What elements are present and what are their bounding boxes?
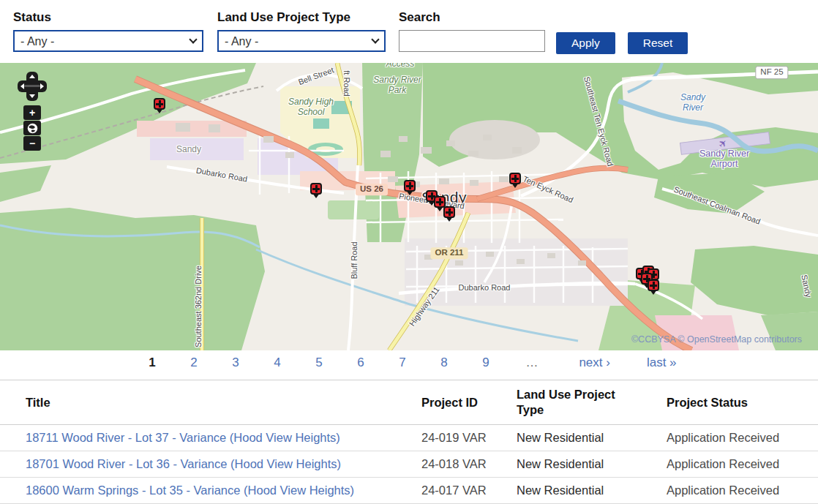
- table-row: 18711 Wood River - Lot 37 - Variance (Ho…: [0, 425, 818, 451]
- page-next-link[interactable]: next ›: [569, 356, 620, 370]
- header-land-use-type: Land Use Project Type: [516, 380, 666, 425]
- pan-center: [24, 85, 40, 87]
- globe-icon: [27, 123, 38, 134]
- project-type-cell: New Residential: [516, 478, 666, 504]
- filter-bar: Status - Any - Land Use Project Type - A…: [0, 0, 818, 63]
- project-title-link[interactable]: 18711 Wood River - Lot 37 - Variance (Ho…: [26, 431, 340, 444]
- project-type-cell: New Residential: [516, 451, 666, 478]
- project-id-cell: 24-019 VAR: [421, 425, 516, 451]
- map-pan-control[interactable]: [18, 72, 47, 101]
- project-id-cell: 24-017 VAR: [421, 478, 516, 504]
- apply-button[interactable]: Apply: [556, 32, 615, 54]
- map-marker-icon[interactable]: [443, 206, 455, 218]
- project-title-link[interactable]: 18600 Warm Springs - Lot 35 - Variance (…: [26, 484, 354, 497]
- project-status-cell: Application Received: [666, 451, 818, 478]
- pan-up-icon[interactable]: [29, 75, 35, 78]
- globe-button[interactable]: [23, 121, 41, 135]
- page-current: 1: [131, 356, 173, 370]
- map-marker-icon[interactable]: [509, 173, 521, 184]
- page-link-3[interactable]: 3: [214, 356, 256, 370]
- zoom-out-button[interactable]: −: [23, 136, 41, 151]
- map-marker-icon[interactable]: [404, 180, 416, 192]
- project-id-cell: 24-018 VAR: [421, 451, 516, 478]
- project-type-label: Land Use Project Type: [217, 10, 386, 25]
- map-attribution: ©CCBYSA © OpenStreetMap contributors: [631, 334, 802, 345]
- project-status-cell: Application Received: [666, 425, 818, 451]
- map-marker-icon[interactable]: [310, 183, 322, 195]
- map-marker-icon[interactable]: [434, 196, 446, 208]
- page-link-6[interactable]: 6: [339, 356, 381, 370]
- map[interactable]: Access Bell Street ft Road Sandy River P…: [0, 63, 818, 350]
- pagination: 1 2 3 4 5 6 7 8 9 … next › last »: [0, 350, 818, 375]
- project-type-cell: New Residential: [516, 425, 666, 451]
- project-status-cell: Application Received: [666, 478, 818, 504]
- map-marker-icon[interactable]: [648, 279, 659, 291]
- table-row: 18701 Wood River - Lot 36 - Variance (Ho…: [0, 451, 818, 478]
- search-label: Search: [399, 10, 545, 25]
- zoom-in-button[interactable]: +: [23, 105, 41, 120]
- page-link-9[interactable]: 9: [465, 356, 506, 370]
- project-type-select[interactable]: - Any -: [217, 30, 386, 52]
- status-select[interactable]: - Any -: [13, 30, 203, 52]
- header-project-id: Project ID: [421, 380, 516, 425]
- header-title: Title: [0, 380, 421, 425]
- page-link-5[interactable]: 5: [298, 356, 339, 370]
- project-title-link[interactable]: 18701 Wood River - Lot 36 - Variance (Ho…: [26, 457, 341, 470]
- pan-down-icon[interactable]: [29, 94, 35, 98]
- pan-right-icon[interactable]: [40, 83, 44, 89]
- header-project-status: Project Status: [666, 380, 818, 425]
- page-link-7[interactable]: 7: [381, 356, 423, 370]
- map-canvas: [0, 63, 818, 350]
- page-link-4[interactable]: 4: [256, 356, 298, 370]
- map-zoom-control: + −: [23, 105, 41, 151]
- map-marker-icon[interactable]: [154, 98, 165, 110]
- page-last-link[interactable]: last »: [637, 356, 687, 370]
- table-header-row: Title Project ID Land Use Project Type P…: [0, 380, 818, 425]
- page-link-2[interactable]: 2: [173, 356, 214, 370]
- page-link-8[interactable]: 8: [423, 356, 465, 370]
- status-label: Status: [13, 10, 203, 25]
- search-input[interactable]: [399, 30, 545, 52]
- results-table: Title Project ID Land Use Project Type P…: [0, 380, 818, 504]
- reset-button[interactable]: Reset: [628, 32, 688, 54]
- table-row: 18600 Warm Springs - Lot 35 - Variance (…: [0, 478, 818, 504]
- page-ellipsis: …: [511, 356, 552, 370]
